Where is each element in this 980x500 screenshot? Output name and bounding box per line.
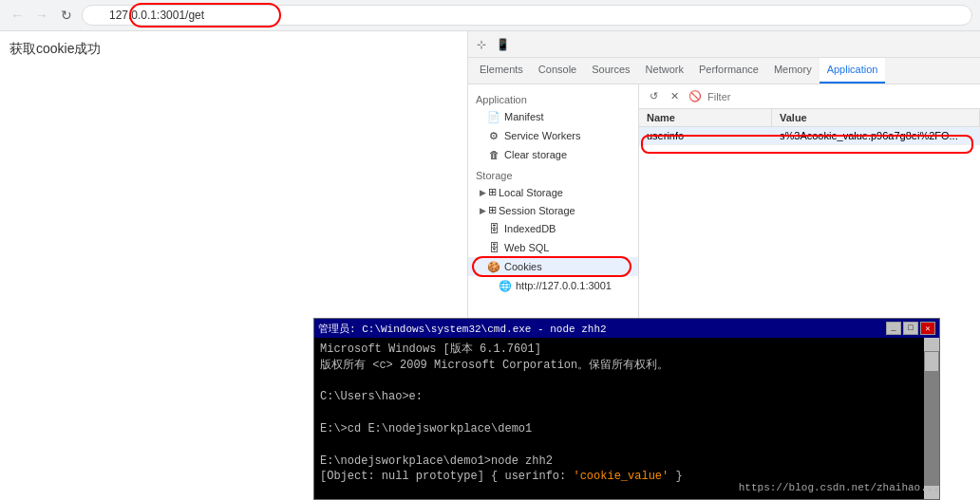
col-value: Value bbox=[772, 109, 980, 126]
cmd-line-5: E:\>cd E:\nodejsworkplace\demo1 bbox=[320, 421, 933, 437]
sidebar-item-clearstorage-label: Clear storage bbox=[504, 149, 567, 160]
refresh-button[interactable]: ↻ bbox=[57, 6, 76, 25]
manifest-icon: 📄 bbox=[487, 110, 500, 123]
sidebar-item-cookies-host-label: http://127.0.0.1:3001 bbox=[516, 280, 612, 291]
back-button[interactable]: ← bbox=[8, 6, 27, 25]
clear-filter-btn[interactable]: 🚫 bbox=[687, 88, 704, 105]
tab-elements[interactable]: Elements bbox=[472, 58, 531, 83]
cmd-close-btn[interactable]: ✕ bbox=[920, 322, 935, 335]
cell-value: s%3Acookie_value.p96a7g8ei%2FO... bbox=[772, 127, 980, 144]
cmd-scroll-thumb[interactable] bbox=[925, 352, 938, 371]
cmd-line-0: Microsoft Windows [版本 6.1.7601] bbox=[320, 342, 933, 358]
cmd-output-value: 'cookie_value' bbox=[573, 470, 669, 483]
devtools-topbar: ⊹ 📱 bbox=[468, 31, 980, 58]
filter-bar: ↺ ✕ 🚫 bbox=[639, 84, 980, 109]
cmd-line-2 bbox=[320, 374, 933, 390]
clearstorage-icon: 🗑 bbox=[487, 148, 500, 161]
browser-chrome: ← → ↻ bbox=[0, 0, 980, 31]
cmd-scroll-track bbox=[924, 351, 939, 486]
sidebar-section-application: Application bbox=[468, 88, 638, 107]
sidebar-item-serviceworkers[interactable]: ⚙ Service Workers bbox=[468, 126, 638, 145]
tab-memory[interactable]: Memory bbox=[766, 58, 820, 83]
localstorage-icon: ⊞ bbox=[488, 186, 497, 198]
localstorage-arrow: ▶ bbox=[480, 188, 486, 197]
cmd-title-buttons: _ □ ✕ bbox=[886, 322, 935, 335]
sidebar-item-cookies[interactable]: 🍪 Cookies bbox=[468, 257, 638, 276]
page-content-text: 获取cookie成功 bbox=[9, 41, 458, 58]
cmd-line-4 bbox=[320, 405, 933, 421]
phone-icon[interactable]: 📱 bbox=[493, 35, 512, 54]
cmd-line-1: 版权所有 <c> 2009 Microsoft Corporation。保留所有… bbox=[320, 358, 933, 374]
cmd-minimize-btn[interactable]: _ bbox=[886, 322, 901, 335]
cmd-scroll-up[interactable]: ▲ bbox=[924, 338, 939, 351]
cmd-window: 管理员: C:\Windows\system32\cmd.exe - node … bbox=[313, 318, 940, 500]
sidebar-item-sessionstorage[interactable]: ▶ ⊞ Session Storage bbox=[468, 201, 638, 219]
tab-application[interactable]: Application bbox=[820, 58, 886, 83]
sidebar-item-indexeddb-label: IndexedDB bbox=[504, 223, 556, 234]
table-row[interactable]: userinfo s%3Acookie_value.p96a7g8ei%2FO.… bbox=[639, 127, 980, 145]
serviceworkers-icon: ⚙ bbox=[487, 129, 500, 142]
sidebar-item-websql[interactable]: 🗄 Web SQL bbox=[468, 238, 638, 257]
cmd-scrollbar: ▲ ▼ bbox=[924, 338, 939, 499]
sessionstorage-arrow: ▶ bbox=[480, 206, 486, 215]
cmd-output-suffix: } bbox=[669, 470, 682, 483]
sidebar-item-localstorage[interactable]: ▶ ⊞ Local Storage bbox=[468, 183, 638, 201]
cmd-output-prefix: [Object: null prototype] { userinfo: bbox=[320, 470, 573, 483]
sidebar-item-cookies-label: Cookies bbox=[504, 261, 542, 272]
cmd-line-3: C:\Users\hao>e: bbox=[320, 389, 933, 405]
sidebar-item-clearstorage[interactable]: 🗑 Clear storage bbox=[468, 145, 638, 164]
sidebar-item-sessionstorage-label: Session Storage bbox=[499, 205, 575, 216]
forward-button[interactable]: → bbox=[32, 6, 51, 25]
sidebar-item-websql-label: Web SQL bbox=[504, 242, 550, 253]
browser-toolbar: ← → ↻ bbox=[0, 0, 980, 30]
cookies-icon: 🍪 bbox=[487, 260, 500, 273]
sidebar-item-localstorage-label: Local Storage bbox=[499, 187, 563, 198]
cmd-title: 管理员: C:\Windows\system32\cmd.exe - node … bbox=[318, 322, 607, 336]
cmd-body: Microsoft Windows [版本 6.1.7601] 版权所有 <c>… bbox=[314, 338, 939, 499]
cursor-icon[interactable]: ⊹ bbox=[472, 35, 491, 54]
sidebar-item-manifest-label: Manifest bbox=[504, 111, 544, 122]
sidebar-item-indexeddb[interactable]: 🗄 IndexedDB bbox=[468, 219, 638, 238]
cmd-line-6 bbox=[320, 437, 933, 454]
address-bar-container bbox=[82, 5, 972, 26]
cmd-line-7: E:\nodejsworkplace\demo1>node zhh2 bbox=[320, 454, 933, 470]
table-header: Name Value bbox=[639, 109, 980, 127]
filter-input[interactable] bbox=[707, 91, 974, 102]
sidebar-section-storage: Storage bbox=[468, 164, 638, 183]
cmd-titlebar: 管理员: C:\Windows\system32\cmd.exe - node … bbox=[314, 319, 939, 338]
websql-icon: 🗄 bbox=[487, 241, 500, 254]
cookies-host-icon: 🌐 bbox=[499, 279, 512, 292]
sidebar-item-cookies-host[interactable]: 🌐 http://127.0.0.1:3001 bbox=[468, 276, 638, 295]
sidebar-item-serviceworkers-label: Service Workers bbox=[504, 130, 580, 141]
devtools-tabs: Elements Console Sources Network Perform… bbox=[468, 58, 980, 84]
cell-name: userinfo bbox=[639, 127, 772, 144]
indexeddb-icon: 🗄 bbox=[487, 222, 500, 235]
tab-network[interactable]: Network bbox=[638, 58, 691, 83]
tab-sources[interactable]: Sources bbox=[584, 58, 637, 83]
stop-filter-btn[interactable]: ✕ bbox=[666, 88, 683, 105]
sidebar-item-manifest[interactable]: 📄 Manifest bbox=[468, 107, 638, 126]
cmd-maximize-btn[interactable]: □ bbox=[903, 322, 918, 335]
col-name: Name bbox=[639, 109, 772, 126]
address-bar[interactable] bbox=[82, 5, 972, 26]
cmd-url: https://blog.csdn.net/zhaihao... bbox=[739, 482, 939, 493]
sessionstorage-icon: ⊞ bbox=[488, 204, 497, 216]
reload-filter-btn[interactable]: ↺ bbox=[645, 88, 662, 105]
tab-performance[interactable]: Performance bbox=[691, 58, 766, 83]
tab-console[interactable]: Console bbox=[531, 58, 584, 83]
